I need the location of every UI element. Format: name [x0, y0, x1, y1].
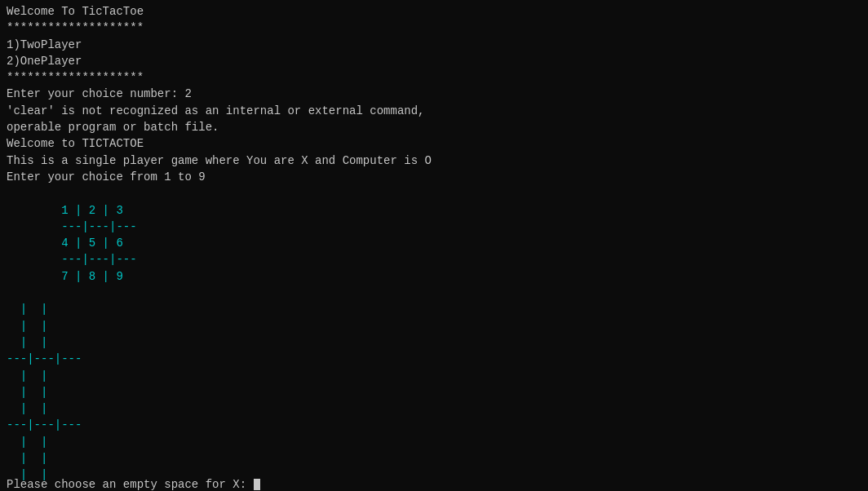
terminal-window: Welcome To TicTacToe *******************…	[7, 3, 861, 488]
terminal-input-line[interactable]: Please choose an empty space for X:	[7, 478, 260, 491]
cursor	[254, 479, 260, 490]
terminal-line: Welcome To TicTacToe	[7, 5, 144, 18]
terminal-line: 4 | 5 | 6	[7, 237, 123, 250]
terminal-output: Welcome To TicTacToe *******************…	[7, 3, 861, 488]
terminal-line: Enter your choice from 1 to 9	[7, 170, 206, 184]
terminal-line: | |	[7, 369, 47, 383]
terminal-line: ---|---|---	[7, 253, 137, 266]
terminal-line: | |	[7, 386, 47, 399]
terminal-line: ---|---|---	[7, 352, 82, 365]
terminal-line: 'clear' is not recognized as an internal…	[7, 104, 424, 117]
terminal-line: | |	[7, 402, 47, 415]
terminal-line: Enter your choice number: 2	[7, 87, 192, 100]
terminal-line: 1)TwoPlayer	[7, 38, 82, 51]
terminal-line: | |	[7, 303, 47, 316]
terminal-line: This is a single player game where You a…	[7, 154, 432, 167]
terminal-line: | |	[7, 452, 47, 465]
terminal-line: 7 | 8 | 9	[7, 270, 123, 283]
terminal-line: ---|---|---	[7, 418, 82, 431]
terminal-line: ********************	[7, 21, 144, 34]
terminal-line: operable program or batch file.	[7, 121, 219, 134]
terminal-line: 1 | 2 | 3	[7, 204, 123, 217]
terminal-line: ---|---|---	[7, 220, 137, 233]
terminal-line: | |	[7, 336, 47, 349]
terminal-line: Welcome to TICTACTOE	[7, 137, 144, 150]
terminal-line: 2)OnePlayer	[7, 55, 82, 68]
input-prompt: Please choose an empty space for X:	[7, 478, 253, 491]
terminal-line: ********************	[7, 71, 144, 84]
terminal-line: | |	[7, 436, 47, 449]
terminal-line: | |	[7, 320, 47, 333]
